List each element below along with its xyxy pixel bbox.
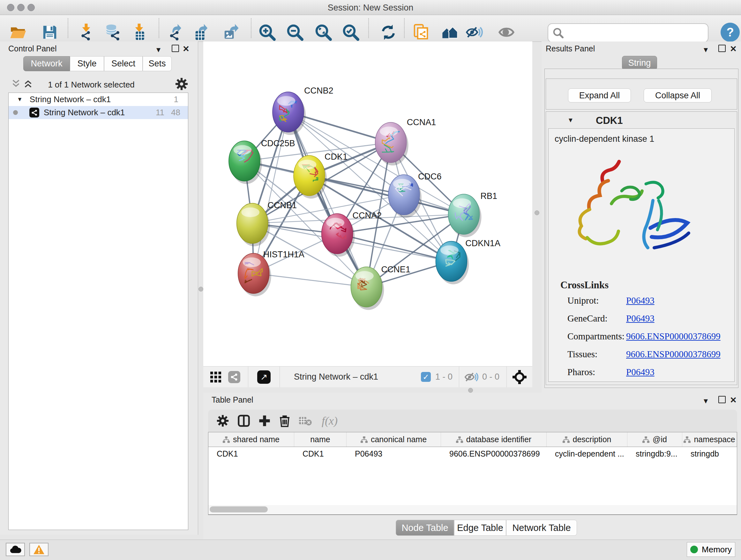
network-node-hist1h1a[interactable] [238,253,271,296]
gene-expand-icon[interactable]: ▼ [567,117,574,124]
results-panel-float-button[interactable]: ▾ [704,45,708,54]
table-cell[interactable]: cyclin-dependent ... [547,447,627,461]
table-cell[interactable]: CDK1 [294,447,347,461]
network-row-selected[interactable]: String Network – cdk1 11 48 [9,106,188,119]
network-collection-row[interactable]: ▼ String Network – cdk1 1 [9,93,188,106]
help-button[interactable]: ? [721,23,740,42]
search-input[interactable] [567,28,708,38]
table-cell[interactable]: 9606.ENSP00000378699 [441,447,547,461]
results-panel-close-button[interactable]: ✕ [730,45,737,53]
status-bar: Memory [0,540,741,560]
right-splitter-handle[interactable] [535,210,539,215]
table-panel-float-button[interactable]: ▾ [704,396,708,405]
first-neighbors-button[interactable] [440,22,461,43]
selected-count-checkbox-icon[interactable]: ✓ [421,372,431,382]
create-column-icon[interactable] [259,415,271,427]
table-horizontal-scrollbar[interactable] [208,505,737,515]
network-node-cdk1[interactable] [293,155,327,199]
table-cell[interactable]: stringdb [682,447,737,461]
crosslink-value-link[interactable]: P06493 [626,367,655,377]
table-options-gear-icon[interactable] [216,415,229,427]
left-splitter-handle[interactable] [199,287,203,292]
network-node-rb1[interactable] [448,194,482,237]
show-columns-icon[interactable] [238,415,250,427]
cloud-status-button[interactable] [6,543,25,556]
horizontal-splitter-handle[interactable] [468,388,473,393]
node-label: CCNA1 [407,118,436,127]
zoom-fit-content-button[interactable] [313,22,334,43]
network-edge[interactable] [288,112,366,287]
results-panel-maximize-button[interactable] [718,45,726,53]
network-node-cdc6[interactable] [388,175,421,218]
delete-column-icon[interactable] [279,415,290,427]
column-header-description[interactable]: description [547,432,627,447]
network-node-ccnb2[interactable] [273,92,306,135]
network-node-ccnb1[interactable] [237,203,270,246]
export-network-button[interactable] [165,22,186,43]
grid-view-icon[interactable] [210,372,221,382]
refresh-view-button[interactable] [378,22,399,43]
column-header-name[interactable]: name [294,432,347,447]
network-node-ccna2[interactable] [322,213,355,257]
column-header-namespace[interactable]: namespace [682,432,737,447]
function-builder-icon[interactable]: f(x) [322,414,338,428]
network-canvas[interactable]: CCNB2CCNA1CDC25BCDK1CDC6RB1CCNB1CCNA2CDK… [203,42,532,366]
scrollbar-thumb[interactable] [210,506,268,512]
network-edge[interactable] [254,112,288,273]
network-node-ccna1[interactable] [375,122,408,165]
tab-edge-table[interactable]: Edge Table [454,520,506,536]
table-row: CDK1CDK1P064939606.ENSP00000378699cyclin… [208,447,737,461]
warning-status-button[interactable] [29,543,49,556]
new-network-from-selection-button[interactable] [410,22,431,43]
table-cell[interactable]: CDK1 [208,447,294,461]
collapse-all-button[interactable]: Collapse All [644,88,712,103]
zoom-selected-button[interactable] [340,22,361,43]
show-all-button[interactable] [496,22,517,43]
control-panel-close-button[interactable]: ✕ [183,45,190,53]
zoom-out-button[interactable] [284,22,306,43]
tab-network-table[interactable]: Network Table [506,520,577,536]
export-image-button[interactable] [220,22,242,43]
crosslink-value-link[interactable]: 9606.ENSP00000378699 [626,331,721,341]
column-tree-icon [223,436,230,443]
delete-table-icon[interactable] [299,416,312,426]
crosslink-value-link[interactable]: P06493 [626,295,655,306]
save-session-button[interactable] [39,22,60,43]
crosslink-row: GeneCard:P06493 [567,313,730,324]
table-toolbar: f(x) [208,410,737,432]
crosslink-value-link[interactable]: 9606.ENSP00000378699 [626,349,721,360]
crosslink-value-link[interactable]: P06493 [626,313,655,324]
network-node-cdkn1a[interactable] [435,241,469,285]
network-view-mode-icon[interactable] [228,371,240,383]
import-table-from-file-button[interactable] [129,22,150,43]
table-cell[interactable]: P06493 [347,447,441,461]
column-header-shared-name[interactable]: shared name [208,432,294,447]
tab-sets[interactable]: Sets [143,56,172,71]
table-panel-maximize-button[interactable] [718,396,726,405]
control-panel-maximize-button[interactable] [172,45,179,53]
tab-string[interactable]: String [622,56,657,70]
control-panel-float-button[interactable]: ▾ [156,45,160,54]
column-header-canonical-name[interactable]: canonical name [347,432,441,447]
column-header--id[interactable]: @id [627,432,682,447]
export-table-button[interactable] [191,22,212,43]
tab-style[interactable]: Style [70,56,104,71]
import-network-from-file-button[interactable] [76,22,97,43]
hide-selection-button[interactable] [464,22,485,43]
table-panel-close-button[interactable]: ✕ [730,396,737,404]
collection-expand-icon[interactable]: ▼ [17,96,23,103]
zoom-in-button[interactable] [257,22,278,43]
expand-all-button[interactable]: Expand All [568,88,631,103]
network-options-gear-icon[interactable] [175,77,188,91]
memory-button[interactable]: Memory [687,542,735,557]
birds-eye-view-icon[interactable] [513,370,527,384]
tab-node-table[interactable]: Node Table [396,520,454,536]
import-network-from-database-button[interactable] [102,22,123,43]
open-file-button[interactable] [7,22,28,43]
table-cell[interactable]: stringdb:9... [627,447,682,461]
tab-network[interactable]: Network [23,56,70,71]
network-node-ccne1[interactable] [351,267,384,310]
column-header-database-identifier[interactable]: database identifier [441,432,547,447]
detach-view-icon[interactable]: ↗ [257,370,271,384]
tab-select[interactable]: Select [104,56,143,71]
